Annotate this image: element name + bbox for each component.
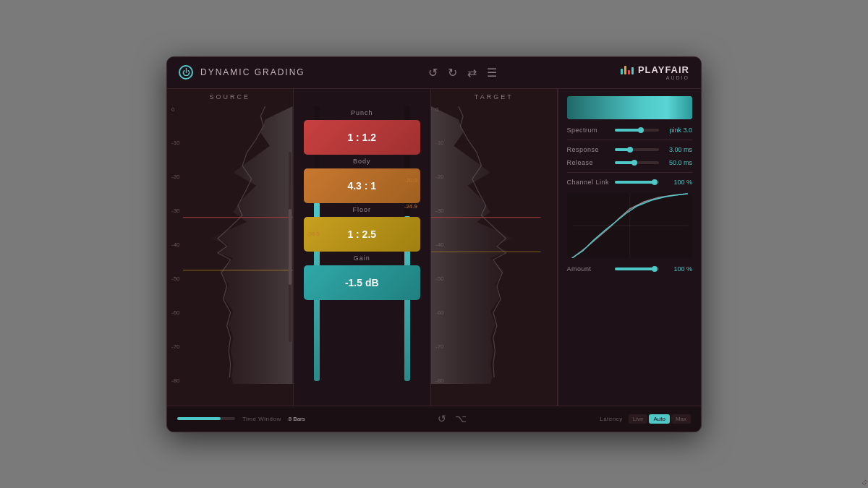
amount-slider[interactable] (615, 267, 660, 270)
swap-button[interactable]: ⇄ (467, 66, 477, 80)
scale-0: 0 (171, 106, 180, 113)
spectrum-value: pink 3.0 (663, 127, 692, 134)
floor-value: 1 : 2.5 (347, 228, 376, 240)
header-logo: PLAYFAIR AUDIO (621, 64, 689, 80)
plugin-title: DYNAMIC GRADING (200, 67, 305, 77)
svg-marker-0 (210, 106, 293, 384)
playfair-logo: PLAYFAIR AUDIO (621, 64, 689, 80)
scale-30: -30 (171, 207, 180, 214)
header-left: ⏻ DYNAMIC GRADING (179, 65, 305, 80)
release-value: 50.0 ms (663, 159, 692, 166)
logo-sub: AUDIO (666, 75, 689, 80)
amount-label: Amount (567, 265, 610, 273)
gain-band[interactable]: -1.5 dB (304, 265, 420, 300)
response-value: 3.00 ms (663, 146, 692, 153)
source-scale: 0 -10 -20 -30 -40 -50 -60 -70 -80 (171, 106, 180, 384)
response-label: Response (567, 146, 610, 153)
target-waveform (431, 106, 541, 384)
power-button[interactable]: ⏻ (179, 65, 193, 80)
spectrum-bar (567, 96, 693, 119)
source-scrollbar[interactable] (289, 152, 292, 342)
release-label: Release (567, 159, 610, 166)
channel-link-row: Channel Link 100 % (567, 179, 693, 186)
body-label: Body (353, 158, 371, 165)
target-scale: 0 -10 -20 -30 -40 -50 -60 -70 -80 (435, 106, 444, 384)
source-waveform (183, 106, 293, 384)
tscale-50: -50 (435, 275, 444, 282)
target-label: TARGET (431, 89, 557, 103)
punch-label: Punch (351, 109, 373, 116)
floor-band[interactable]: 1 : 2.5 (304, 217, 420, 252)
link-icon[interactable]: ⌥ (455, 413, 467, 424)
tscale-60: -60 (435, 309, 444, 316)
body-band[interactable]: 4.3 : 1 (304, 168, 420, 203)
time-window-slider[interactable] (177, 417, 235, 420)
spectrum-label: Spectrum (567, 127, 610, 134)
scale-60: -60 (171, 309, 180, 316)
source-panel: SOURCE 0 -10 -20 -30 -40 -50 -60 -70 -80 (167, 89, 294, 406)
undo-button[interactable]: ↺ (428, 66, 438, 80)
db-value-floor-left: -36.5 (307, 231, 320, 237)
spectrum-slider[interactable] (615, 129, 660, 132)
center-panel: -19.3 -20.9 -24.9 -36.5 Punch 1 : 1.2 Bo… (294, 89, 430, 406)
reset-icon[interactable]: ↺ (438, 413, 446, 424)
latency-buttons: Live Auto Max (629, 414, 691, 424)
db-value-body-right: -24.9 (404, 203, 417, 210)
tscale-20: -20 (435, 174, 444, 180)
gain-value: -1.5 dB (345, 277, 379, 288)
punch-value: 1 : 1.2 (347, 132, 376, 143)
menu-button[interactable]: ☰ (487, 66, 497, 80)
body-value: 4.3 : 1 (347, 180, 376, 192)
target-panel: TARGET 0 -10 -20 -30 -40 -50 -60 -70 -80 (430, 89, 557, 406)
plugin-window: ⏻ DYNAMIC GRADING ↺ ↻ ⇄ ☰ PLAYFAIR (166, 56, 702, 432)
latency-live-btn[interactable]: Live (629, 414, 648, 424)
footer-right: Latency Live Auto Max (600, 414, 691, 424)
latency-label: Latency (600, 416, 623, 422)
header-controls: ↺ ↻ ⇄ ☰ (428, 66, 497, 80)
tscale-0: 0 (435, 106, 444, 113)
channel-link-label: Channel Link (567, 179, 610, 186)
scale-40: -40 (171, 241, 180, 248)
db-value-punch-right: -20.9 (404, 177, 417, 184)
amount-value: 100 % (663, 265, 692, 273)
scale-50: -50 (171, 275, 180, 282)
latency-max-btn[interactable]: Max (671, 414, 691, 424)
scale-80: -80 (171, 377, 180, 384)
tscale-30: -30 (435, 207, 444, 214)
scale-10: -10 (171, 140, 180, 146)
db-value-punch-left: -19.3 (307, 183, 320, 189)
gain-label: Gain (354, 254, 370, 262)
scale-20: -20 (171, 174, 180, 180)
logo-name: PLAYFAIR (638, 64, 689, 75)
controls-panel: Spectrum pink 3.0 Response 3.00 ms R (557, 89, 702, 406)
transfer-graph (567, 193, 693, 258)
scale-70: -70 (171, 343, 180, 350)
release-row: Release 50.0 ms (567, 159, 693, 166)
main-content: SOURCE 0 -10 -20 -30 -40 -50 -60 -70 -80 (167, 89, 701, 406)
sep-1 (567, 140, 693, 140)
redo-button[interactable]: ↻ (448, 66, 457, 80)
punch-band[interactable]: 1 : 1.2 (304, 120, 420, 155)
channel-link-slider[interactable] (615, 181, 660, 184)
channel-link-value: 100 % (663, 179, 692, 186)
footer: Time Window 8 Bars ↺ ⌥ Latency Live Auto… (167, 406, 701, 432)
tscale-40: -40 (435, 241, 444, 248)
time-window-label: Time Window (242, 416, 281, 422)
release-slider[interactable] (615, 161, 660, 164)
footer-left: Time Window 8 Bars (177, 416, 305, 422)
tscale-70: -70 (435, 343, 444, 350)
tscale-10: -10 (435, 140, 444, 146)
amount-row: Amount 100 % (567, 265, 693, 273)
tscale-80: -80 (435, 377, 444, 384)
spectrum-row: Spectrum pink 3.0 (567, 127, 693, 134)
sep-2 (567, 172, 693, 173)
response-slider[interactable] (615, 148, 660, 151)
response-row: Response 3.00 ms (567, 146, 693, 153)
footer-center: ↺ ⌥ (438, 413, 467, 424)
latency-auto-btn[interactable]: Auto (649, 414, 669, 424)
source-label: SOURCE (167, 89, 293, 103)
header-bar: ⏻ DYNAMIC GRADING ↺ ↻ ⇄ ☰ PLAYFAIR (167, 57, 701, 89)
time-window-value: 8 Bars (289, 416, 305, 422)
logo-bars-icon (621, 66, 634, 74)
floor-label: Floor (352, 206, 371, 213)
